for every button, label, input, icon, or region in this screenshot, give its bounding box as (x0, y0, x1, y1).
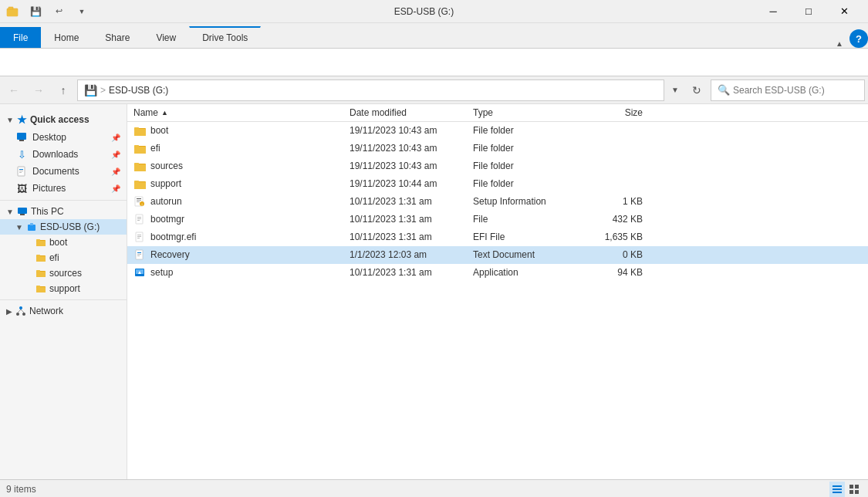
table-row[interactable]: bootmgr 10/11/2023 1:31 am File 432 KB (127, 211, 868, 228)
file-date-sources: 19/11/2023 10:43 am (350, 161, 473, 171)
file-name-recovery: Recovery (133, 248, 350, 261)
file-size-recovery: 0 KB (581, 249, 643, 260)
tab-file[interactable]: File (0, 27, 41, 48)
sidebar-esd-usb[interactable]: ▼ ESD-USB (G:) (0, 219, 127, 235)
path-drive-icon: 💾 (84, 84, 97, 96)
svg-rect-2 (8, 7, 13, 9)
folder-icon (133, 178, 146, 190)
svg-rect-68 (849, 490, 853, 494)
svg-rect-15 (36, 239, 40, 241)
file-name-bootmgr-efi: bootmgr.efi (133, 231, 350, 243)
search-icon: 🔍 (718, 84, 730, 96)
svg-rect-54 (137, 236, 141, 237)
back-button[interactable]: ← (3, 79, 25, 101)
tiles-view-btn[interactable] (846, 482, 862, 497)
svg-rect-69 (855, 490, 859, 494)
undo-qat-btn[interactable]: ↩ (48, 1, 69, 22)
view-toggle (829, 482, 862, 497)
forward-button[interactable]: → (28, 79, 49, 101)
sidebar-esd-sources[interactable]: ▼ sources (0, 265, 127, 281)
up-button[interactable]: ↑ (52, 79, 74, 101)
svg-rect-21 (36, 270, 40, 272)
svg-rect-38 (134, 163, 139, 164)
save-qat-btn[interactable]: 💾 (25, 1, 46, 22)
file-name-bootmgr: bootmgr (133, 213, 350, 225)
table-row[interactable]: setup 10/11/2023 1:31 am Application 94 … (127, 264, 868, 282)
address-dropdown[interactable]: ▼ (667, 79, 683, 101)
desktop-label: Desktop (32, 132, 66, 143)
title-bar: 💾 ↩ ▼ ESD-USB (G:) ─ □ ✕ (0, 0, 868, 23)
tab-manage[interactable]: Drive Tools (189, 26, 261, 48)
tab-share[interactable]: Share (92, 27, 143, 48)
svg-line-28 (18, 309, 21, 313)
sidebar-item-documents[interactable]: Documents 📌 (0, 163, 127, 180)
details-view-btn[interactable] (829, 482, 845, 497)
sidebar-quickaccess-header[interactable]: ▼ ★ Quick access (0, 110, 127, 129)
table-row[interactable]: bootmgr.efi 10/11/2023 1:31 am EFI File … (127, 228, 868, 246)
sidebar-item-downloads[interactable]: ⇩ Downloads 📌 (0, 146, 127, 163)
efi-file-icon (133, 231, 146, 243)
file-type-efi: File folder (473, 143, 581, 154)
tab-view[interactable]: View (143, 27, 189, 48)
svg-rect-45 (137, 201, 140, 202)
svg-rect-66 (849, 485, 853, 489)
sidebar-esd-boot[interactable]: ▼ boot (0, 235, 127, 250)
sidebar: ▼ ★ Quick access Desktop 📌 ⇩ Downloads 📌… (0, 104, 127, 479)
svg-rect-32 (134, 127, 139, 129)
title-bar-icons (6, 5, 19, 18)
ribbon-collapse[interactable]: ▲ (836, 39, 843, 48)
downloads-pin: 📌 (111, 150, 120, 159)
close-button[interactable]: ✕ (826, 0, 862, 23)
help-button[interactable]: ? (849, 29, 868, 48)
item-count: 9 items (6, 484, 36, 495)
sidebar-esd-support[interactable]: ▼ support (0, 281, 127, 296)
svg-rect-7 (19, 171, 23, 171)
col-header-date[interactable]: Date modified (350, 107, 473, 118)
sidebar-item-pictures[interactable]: 🖼 Pictures 📌 (0, 180, 127, 197)
table-row[interactable]: sources 19/11/2023 10:43 am File folder (127, 157, 868, 175)
efi-folder-icon (35, 252, 46, 263)
file-date-setup: 10/11/2023 1:31 am (350, 267, 473, 278)
network-chevron: ▶ (6, 307, 12, 316)
svg-rect-24 (36, 286, 40, 287)
refresh-button[interactable]: ↻ (686, 79, 708, 101)
file-date-recovery: 1/1/2023 12:03 am (350, 249, 473, 260)
quickaccess-chevron: ▼ (6, 116, 14, 124)
svg-rect-11 (28, 225, 35, 231)
table-row[interactable]: support 19/11/2023 10:44 am File folder (127, 175, 868, 193)
sidebar-thispc-header[interactable]: ▼ This PC (0, 204, 127, 219)
ribbon-content (0, 48, 868, 76)
svg-rect-17 (36, 256, 46, 262)
svg-rect-34 (134, 147, 146, 154)
qat-dropdown[interactable]: ▼ (71, 1, 93, 22)
svg-point-25 (19, 306, 22, 309)
esd-label: ESD-USB (G:) (40, 221, 100, 232)
svg-rect-50 (137, 218, 141, 219)
col-header-size[interactable]: Size (581, 107, 643, 118)
table-row[interactable]: efi 19/11/2023 10:43 am File folder (127, 140, 868, 157)
table-row[interactable]: Recovery 1/1/2023 12:03 am Text Document… (127, 246, 868, 264)
file-date-bootmgr: 10/11/2023 1:31 am (350, 214, 473, 225)
table-row[interactable]: boot 19/11/2023 10:43 am File folder (127, 122, 868, 140)
svg-rect-57 (137, 252, 141, 253)
thispc-label: This PC (31, 206, 64, 217)
sidebar-network-header[interactable]: ▶ Network (0, 303, 127, 319)
maximize-button[interactable]: □ (791, 0, 826, 23)
svg-rect-12 (30, 223, 33, 225)
boot-folder-icon (35, 237, 46, 248)
quick-access-toolbar: 💾 ↩ ▼ (25, 1, 93, 22)
svg-rect-6 (19, 169, 23, 170)
address-path[interactable]: 💾 > ESD-USB (G:) (77, 79, 664, 101)
folder-icon (133, 160, 146, 172)
tab-home[interactable]: Home (41, 27, 92, 48)
table-row[interactable]: i autorun 10/11/2023 1:31 am Setup Infor… (127, 193, 868, 211)
ribbon-tabs: File Home Share View Drive Tools ▲ ? (0, 23, 868, 48)
boot-label: boot (49, 237, 67, 248)
sidebar-item-desktop[interactable]: Desktop 📌 (0, 129, 127, 146)
col-header-name[interactable]: Name ▲ (133, 107, 350, 118)
sidebar-esd-efi[interactable]: ▼ efi (0, 250, 127, 265)
col-header-type[interactable]: Type (473, 107, 581, 118)
search-input[interactable] (733, 85, 858, 96)
file-size-bootmgr: 432 KB (581, 214, 643, 225)
minimize-button[interactable]: ─ (755, 0, 791, 23)
